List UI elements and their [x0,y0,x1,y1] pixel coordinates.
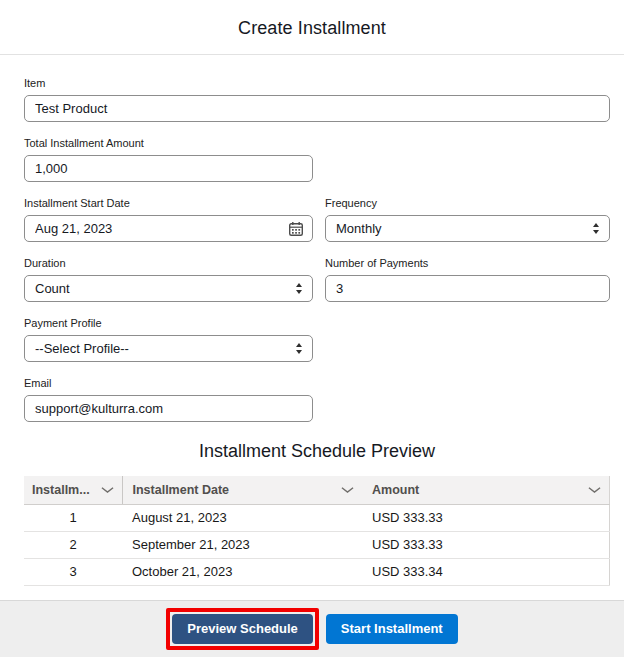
column-label: Installm... [32,483,90,497]
column-header-installment-number[interactable]: Installm... [24,476,122,504]
total-amount-field: Total Installment Amount [24,137,610,182]
installment-schedule-table: Installm... Installment Date Amount [24,476,610,586]
payment-profile-label: Payment Profile [24,317,610,330]
table-row: 3 October 21, 2023 USD 333.34 [24,558,610,585]
frequency-select[interactable]: Monthly [325,215,610,242]
column-label: Installment Date [133,483,230,497]
duration-payments-row: Duration Count Number of Payments [24,257,610,302]
duration-select[interactable]: Count [24,275,313,302]
duration-value: Count [35,281,288,296]
amount-cell: USD 333.33 [362,504,610,531]
table-header-row: Installm... Installment Date Amount [24,476,610,504]
column-header-installment-date[interactable]: Installment Date [122,476,362,504]
installment-date-cell: September 21, 2023 [122,531,362,558]
frequency-label: Frequency [325,197,610,210]
installment-number-cell: 1 [24,504,122,531]
select-stepper-icon [593,223,599,234]
start-date-label: Installment Start Date [24,197,313,210]
email-input[interactable] [24,395,313,422]
start-installment-button[interactable]: Start Installment [326,614,458,644]
number-of-payments-field: Number of Payments [325,257,610,302]
total-amount-label: Total Installment Amount [24,137,610,150]
select-stepper-icon [296,283,302,294]
select-stepper-icon [296,343,302,354]
page-title: Create Installment [0,18,624,39]
installment-date-cell: October 21, 2023 [122,558,362,585]
payment-profile-field: Payment Profile --Select Profile-- [24,317,610,362]
preview-section-title: Installment Schedule Preview [24,440,610,462]
date-frequency-row: Installment Start Date [24,197,610,242]
payment-profile-value: --Select Profile-- [35,341,288,356]
installment-number-cell: 2 [24,531,122,558]
installment-date-cell: August 21, 2023 [122,504,362,531]
payment-profile-select[interactable]: --Select Profile-- [24,335,313,362]
installment-form: Item Total Installment Amount Installmen… [0,55,624,586]
preview-schedule-button[interactable]: Preview Schedule [172,614,313,644]
modal-header: Create Installment [0,0,624,55]
email-label: Email [24,377,610,390]
amount-cell: USD 333.33 [362,531,610,558]
total-amount-input[interactable] [24,155,313,182]
red-highlight-annotation: Preview Schedule [166,608,319,650]
table-row: 2 September 21, 2023 USD 333.33 [24,531,610,558]
number-of-payments-input[interactable] [325,275,610,302]
amount-cell: USD 333.34 [362,558,610,585]
table-row: 1 August 21, 2023 USD 333.33 [24,504,610,531]
duration-field: Duration Count [24,257,313,302]
create-installment-modal: Create Installment Item Total Installmen… [0,0,624,657]
column-label: Amount [372,483,419,497]
item-input[interactable] [24,95,610,122]
chevron-down-icon[interactable] [341,486,354,494]
item-label: Item [24,77,610,90]
item-field: Item [24,77,610,122]
calendar-icon[interactable] [288,221,304,237]
duration-label: Duration [24,257,313,270]
chevron-down-icon[interactable] [588,486,601,494]
column-header-amount[interactable]: Amount [362,476,610,504]
frequency-value: Monthly [336,221,585,236]
start-date-field: Installment Start Date [24,197,313,242]
frequency-field: Frequency Monthly [325,197,610,242]
installment-number-cell: 3 [24,558,122,585]
modal-footer: Preview Schedule Start Installment [0,600,624,657]
email-field: Email [24,377,610,422]
number-of-payments-label: Number of Payments [325,257,610,270]
start-date-input[interactable] [24,215,313,242]
chevron-down-icon[interactable] [101,486,114,494]
